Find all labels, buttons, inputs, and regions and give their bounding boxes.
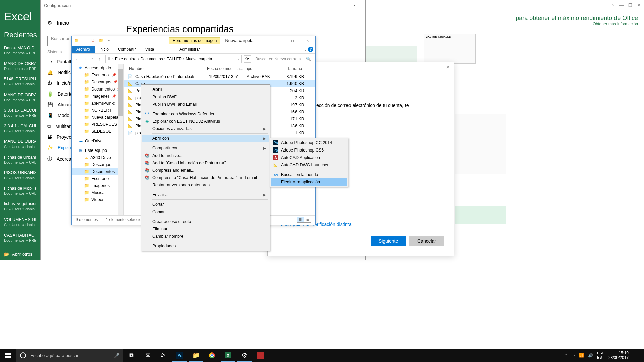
minimize-button[interactable]: — <box>317 1 332 10</box>
submenu-item[interactable]: Elegir otra aplicación <box>271 178 347 186</box>
minimize-icon[interactable]: — <box>619 3 624 8</box>
crumb[interactable]: Nueva carpeta <box>186 57 212 61</box>
column-headers[interactable]: Nombre Fecha de modifica... Tipo Tamaño <box>124 64 315 73</box>
recent-file-item[interactable]: Fichas de Mobilia...Documentos » URBA... <box>4 186 36 196</box>
quick-access[interactable]: ★Acceso rápido <box>72 64 123 71</box>
task-view-icon[interactable]: ⧉ <box>123 349 140 362</box>
template-thumb[interactable] <box>455 114 506 174</box>
close-button[interactable]: ✕ <box>347 1 362 10</box>
template-thumb[interactable]: GASTOS INICIALES <box>424 34 476 64</box>
clock[interactable]: 15:19 23/09/2017 <box>608 351 629 360</box>
up-icon[interactable]: ↑ <box>96 56 103 61</box>
recent-file-item[interactable]: CASA HABITACIO...Documentos » PRES... <box>4 233 36 243</box>
recent-file-item[interactable]: MANO DE OBRA...Documentos » PRES... <box>4 61 36 71</box>
excel-taskbar-icon[interactable]: X <box>220 349 236 362</box>
help-icon[interactable]: ? <box>308 47 313 52</box>
col-name[interactable]: Nombre <box>124 66 207 71</box>
tab-share[interactable]: Compartir <box>113 46 141 53</box>
submenu-item[interactable]: AAutoCAD Application <box>271 154 347 161</box>
tab-home[interactable]: Inicio <box>95 46 113 53</box>
recent-file-item[interactable]: VOLUMENES-GE...C: » Users » dania » ... <box>4 217 36 227</box>
qat-dropdown-icon[interactable]: ▾ <box>105 37 113 44</box>
breadcrumb-dropdown-icon[interactable]: ⌄ <box>237 57 240 61</box>
contextual-tab-label[interactable]: Herramientas de imagen <box>169 37 220 44</box>
folder-icon[interactable]: 📁 <box>73 37 80 44</box>
tab-manage[interactable]: Administrar <box>175 46 205 53</box>
mic-icon[interactable]: 🎤 <box>114 353 119 358</box>
photoshop-taskbar-icon[interactable]: Ps <box>172 349 188 362</box>
new-folder-qat-icon[interactable]: 📁 <box>97 37 105 44</box>
tree-item[interactable]: 📁api-ms-win-c <box>72 100 123 107</box>
forward-icon[interactable]: → <box>81 56 89 61</box>
context-menu-item[interactable]: 📚Compress and email... <box>142 167 269 174</box>
chrome-taskbar-icon[interactable] <box>204 349 220 362</box>
recent-file-item[interactable]: 3.8.4.1.- CALCULO...Documentos » PRES... <box>4 108 36 118</box>
details-view-icon[interactable]: ☰ <box>297 217 304 223</box>
mail-icon[interactable]: ✉ <box>140 349 156 362</box>
submenu-item[interactable]: PsAdobe Photoshop CS6 <box>271 146 347 154</box>
next-button[interactable]: Siguiente <box>371 236 406 246</box>
recent-file-item[interactable]: Dania- MANO D...Documentos » PRES... <box>4 45 36 56</box>
navigation-pane[interactable]: ★Acceso rápido 📁Escritorio📌📁Descargas📌📁D… <box>72 64 124 215</box>
crumb[interactable]: Documentos <box>140 57 163 61</box>
recent-file-item[interactable]: 5146_PRESUPUE...C: » Users » dania » ... <box>4 76 36 87</box>
start-button[interactable] <box>0 349 16 362</box>
file-row[interactable]: 📄 Casa Habitaciòn de Pintura.bak 19/09/2… <box>124 73 315 80</box>
context-menu-item[interactable]: Crear acceso directo <box>142 218 269 225</box>
context-menu-item[interactable]: 📚Add to "Casa Habitaciòn de Pintura.rar" <box>142 159 269 167</box>
dialog-close-button[interactable]: ✕ <box>446 65 450 70</box>
context-menu-item[interactable]: 📚Add to archive... <box>142 152 269 159</box>
tab-view[interactable]: Vista <box>141 46 159 53</box>
onedrive[interactable]: ☁OneDrive <box>72 137 123 144</box>
cancel-button[interactable]: Cancelar <box>409 236 444 246</box>
context-menu-item[interactable]: Abrir <box>142 86 269 93</box>
template-thumb[interactable] <box>455 188 506 248</box>
tree-item[interactable]: 📁NORBERT <box>72 107 123 114</box>
open-with-submenu[interactable]: PsAdobe Photoshop CC 2014PsAdobe Photosh… <box>270 138 348 187</box>
tree-item[interactable]: 📁Documentos📌 <box>72 85 123 93</box>
template-thumb[interactable] <box>366 34 417 64</box>
context-menu-item[interactable]: Cambiar nombre <box>142 233 269 240</box>
breadcrumb[interactable]: 🖥 › Este equipo› Documentos› TALLER› Nue… <box>105 55 241 63</box>
recent-file-item[interactable]: MANO DE OBRA...Documentos » PRES... <box>4 92 36 103</box>
crumb[interactable]: TALLER <box>167 57 182 61</box>
tree-item[interactable]: 📁SEDESOL <box>72 128 123 135</box>
close-button[interactable]: ✕ <box>300 36 315 45</box>
back-icon[interactable]: ← <box>74 56 81 61</box>
properties-qat-icon[interactable]: ☑ <box>89 37 97 44</box>
recent-file-item[interactable]: 3.8.4.1.- CALCULO...C: » Users » dania »… <box>4 123 36 134</box>
ribbon-toggle-icon[interactable]: ⌄ <box>304 47 307 52</box>
tree-item[interactable]: 📁PRESUPUESTOS <box>72 121 123 128</box>
tree-item[interactable]: 📁Vídeos <box>72 196 123 203</box>
view-toggle[interactable]: ☰ ▦ <box>297 217 311 223</box>
explorer-search[interactable]: Buscar en Nueva carpeta 🔍 <box>253 55 313 63</box>
context-menu-item[interactable]: Abrir con▶ <box>142 135 269 142</box>
tree-item[interactable]: 📁Escritorio <box>72 175 123 182</box>
maximize-button[interactable]: □ <box>285 36 300 45</box>
col-size[interactable]: Tamaño <box>283 66 305 71</box>
tray-overflow-icon[interactable]: ⌃ <box>564 353 567 358</box>
context-menu-item[interactable]: Compartir con▶ <box>142 144 269 152</box>
open-other-link[interactable]: 📂 Abrir otros <box>4 252 32 257</box>
context-menu-item[interactable]: 🛡Examinar con Windows Defender... <box>142 110 269 118</box>
context-menu[interactable]: AbrirPublish DWFPublish DWF and Email🛡Ex… <box>141 84 270 251</box>
context-menu-item[interactable]: Copiar <box>142 208 269 216</box>
store-icon[interactable]: 🛍 <box>156 349 172 362</box>
tree-item[interactable]: 📁Imágenes <box>72 182 123 189</box>
recent-file-item[interactable]: PISOS-URBANIS...C: » Users » dania » ... <box>4 170 36 180</box>
autocad-taskbar-icon[interactable] <box>252 349 268 362</box>
context-menu-item[interactable]: Publish DWF and Email <box>142 101 269 108</box>
context-menu-item[interactable]: Publish DWF <box>142 93 269 101</box>
submenu-item[interactable]: 🛍Buscar en la Tienda <box>271 171 347 178</box>
tree-item[interactable]: 📁Música <box>72 189 123 196</box>
context-menu-item[interactable]: Restaurar versiones anteriores <box>142 181 269 189</box>
refresh-button[interactable]: ⟳ <box>244 55 251 63</box>
settings-home[interactable]: ⚙ Inicio <box>41 17 109 29</box>
recent-file-item[interactable]: MANO DE OBRA...C: » Users » dania » ... <box>4 139 36 149</box>
recent-file-item[interactable]: fichas_vegetacion...C: » Users » dania »… <box>4 201 36 212</box>
system-tray[interactable]: ⌃ ▭ 📶 🔊 ESP ES 15:19 23/09/2017 <box>564 351 644 360</box>
tree-item[interactable]: 📁Imágenes📌 <box>72 93 123 100</box>
explorer-taskbar-icon[interactable]: 📁 <box>188 349 204 362</box>
this-pc[interactable]: 🖥Este equipo <box>72 147 123 154</box>
close-icon[interactable]: ✕ <box>637 3 641 8</box>
